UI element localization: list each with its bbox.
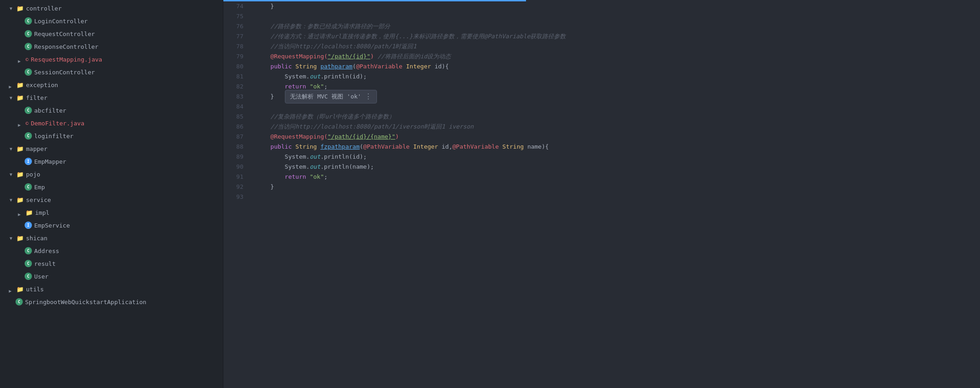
folder-icon: 📁 <box>16 5 24 12</box>
tree-item-RequestController[interactable]: CRequestController <box>0 27 223 40</box>
token-italic-out: out <box>309 152 320 162</box>
token-plain: .println(name); <box>320 162 374 172</box>
tree-item-shican[interactable]: ▼📁shican <box>0 232 223 244</box>
line-numbers: 7475767778798081828384858687888990919293 <box>223 1 249 388</box>
token-url: "/path/{id}/{name}" <box>328 132 396 142</box>
token-plain: ( <box>360 142 363 152</box>
arrow-open[interactable]: ▼ <box>7 145 15 152</box>
line-number: 74 <box>223 1 243 11</box>
tree-label: mapper <box>26 145 47 152</box>
line-number: 81 <box>223 72 243 82</box>
token-plain <box>410 142 413 152</box>
tree-item-SpringbootWebQuickstart[interactable]: CSpringbootWebQuickstartApplication <box>0 295 223 308</box>
tree-item-SessionController[interactable]: CSessionController <box>0 66 223 78</box>
folder-icon: 📁 <box>26 209 33 216</box>
tree-item-Address[interactable]: CAddress <box>0 244 223 257</box>
class-icon: C <box>25 183 32 191</box>
tree-item-User[interactable]: CUser <box>0 270 223 283</box>
tree-label: EmpService <box>34 222 70 229</box>
code-line: //当访问http://localhost:8080/path/1/iverso… <box>256 122 980 132</box>
tree-item-service[interactable]: ▼📁service <box>0 193 223 206</box>
code-line <box>256 102 980 112</box>
tree-label: RequestController <box>34 31 95 37</box>
token-type: String <box>295 142 317 152</box>
arrow-open[interactable]: ▼ <box>7 171 15 178</box>
token-plain <box>499 142 502 152</box>
token-plain: name){ <box>524 142 549 152</box>
code-line: } <box>256 182 980 192</box>
tooltip-more-icon[interactable]: ⋮ <box>365 92 372 102</box>
file-tree[interactable]: ▼📁controllerCLoginControllerCRequestCont… <box>0 0 223 388</box>
token-plain: System. <box>256 72 309 82</box>
tree-item-EmpService[interactable]: IEmpService <box>0 219 223 232</box>
class-icon: C <box>25 107 32 114</box>
token-annotation: @RequestMapping( <box>256 132 328 142</box>
arrow-closed[interactable]: ▼ <box>16 209 24 216</box>
line-number: 89 <box>223 152 243 162</box>
tree-item-EmpMapper[interactable]: IEmpMapper <box>0 155 223 168</box>
code-line <box>256 11 980 21</box>
token-plain: ; <box>324 172 328 182</box>
tree-item-filter[interactable]: ▼📁filter <box>0 91 223 104</box>
tree-item-impl[interactable]: ▼📁impl <box>0 206 223 219</box>
token-plain <box>317 142 320 152</box>
tree-label: shican <box>26 235 47 242</box>
line-number: 93 <box>223 192 243 202</box>
tree-item-result[interactable]: Cresult <box>0 257 223 270</box>
line-number: 92 <box>223 182 243 192</box>
tree-item-pojo[interactable]: ▼📁pojo <box>0 168 223 181</box>
tree-item-DemoFilter[interactable]: ▼©DemoFilter.java <box>0 117 223 129</box>
token-comment: //复杂路径参数（即url中传递多个路径参数） <box>256 112 395 122</box>
tree-item-ResponseController[interactable]: CResponseController <box>0 40 223 53</box>
arrow-closed[interactable]: ▼ <box>7 81 15 88</box>
arrow-open[interactable]: ▼ <box>7 234 15 242</box>
tree-label: ResquestMapping.java <box>31 56 103 63</box>
tree-item-ResquestMapping[interactable]: ▼©ResquestMapping.java <box>0 53 223 66</box>
class-icon: C <box>25 68 32 76</box>
token-plain: .println(id); <box>320 152 367 162</box>
tree-item-abcfilter[interactable]: Cabcfilter <box>0 104 223 117</box>
arrow-closed[interactable]: ▼ <box>7 285 15 293</box>
tree-item-mapper[interactable]: ▼📁mapper <box>0 142 223 155</box>
tree-item-controller[interactable]: ▼📁controller <box>0 2 223 15</box>
class-icon: C <box>25 30 32 37</box>
line-number: 82 <box>223 82 243 92</box>
tree-label: service <box>26 197 51 203</box>
token-plain <box>292 62 295 72</box>
token-type: String <box>295 62 317 72</box>
class-icon: C <box>25 43 32 50</box>
token-plain: id, <box>438 142 452 152</box>
token-plain: } <box>256 92 274 102</box>
tree-item-exception[interactable]: ▼📁exception <box>0 78 223 91</box>
class-icon: C <box>25 17 32 25</box>
folder-icon: 📁 <box>16 235 24 242</box>
code-editor: 7475767778798081828384858687888990919293… <box>223 0 980 388</box>
code-line: System.out.println(id); <box>256 152 980 162</box>
tree-label: pojo <box>26 171 40 178</box>
file-icon: © <box>26 120 29 126</box>
tree-item-utils[interactable]: ▼📁utils <box>0 283 223 295</box>
token-plain: } <box>256 1 274 11</box>
line-number: 76 <box>223 21 243 31</box>
tree-label: abcfilter <box>34 107 66 114</box>
tree-item-loginfilter[interactable]: Cloginfilter <box>0 129 223 142</box>
code-area: 7475767778798081828384858687888990919293… <box>223 1 980 388</box>
arrow-open[interactable]: ▼ <box>7 94 15 101</box>
line-number: 90 <box>223 162 243 172</box>
line-number: 78 <box>223 41 243 52</box>
folder-icon: 📁 <box>16 197 24 203</box>
folder-icon: 📁 <box>16 82 24 88</box>
token-annotation: @PathVariable <box>356 62 402 72</box>
arrow-closed[interactable]: ▼ <box>16 119 24 127</box>
folder-icon: 📁 <box>16 286 24 293</box>
tree-item-Emp[interactable]: CEmp <box>0 181 223 193</box>
token-kw: public <box>256 62 292 72</box>
token-annotation: @PathVariable <box>363 142 410 152</box>
arrow-open[interactable]: ▼ <box>7 196 15 203</box>
arrow-open[interactable]: ▼ <box>7 5 15 12</box>
arrow-closed[interactable]: ▼ <box>16 56 24 63</box>
tree-label: DemoFilter.java <box>31 120 84 127</box>
code-content[interactable]: } //路径参数：参数已经成为请求路径的一部分 //传递方式：通过请求url直接… <box>249 1 980 388</box>
tree-item-LoginController[interactable]: CLoginController <box>0 15 223 27</box>
token-plain: System. <box>256 162 309 172</box>
